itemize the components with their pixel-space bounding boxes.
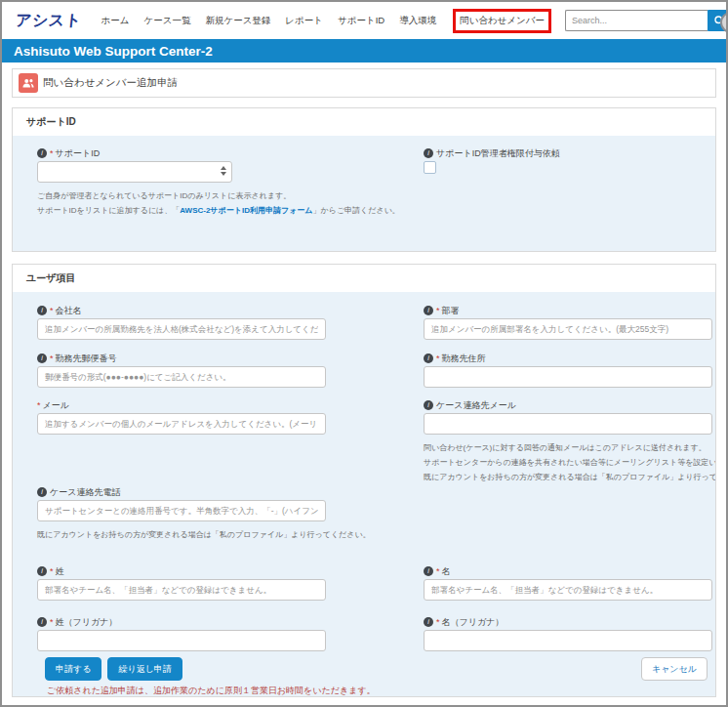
field-admin-grant: サポートID管理者権限付与依頼 xyxy=(424,147,712,216)
required-asterisk: * xyxy=(37,400,41,410)
email-input[interactable] xyxy=(37,413,326,435)
users-badge xyxy=(19,73,38,93)
app-title: Ashisuto Web Support Center-2 xyxy=(14,44,213,59)
processing-note: ご依頼された追加申請は、追加作業のために原則１営業日お時間をいただきます。 xyxy=(37,685,715,696)
case-phone-help: 既にアカウントをお持ちの方が変更される場合は「私のプロファイル」より行ってくださ… xyxy=(37,529,326,540)
support-id-label: * サポートID xyxy=(37,147,326,159)
required-asterisk: * xyxy=(50,148,54,158)
label-text: 名（フリガナ） xyxy=(442,616,505,629)
app-window: アシスト ホーム ケース一覧 新規ケース登録 レポート サポートID 導入環境 … xyxy=(0,0,728,707)
field-department: *部署 xyxy=(424,305,712,340)
zip-input[interactable] xyxy=(37,366,326,388)
app-title-bar: Ashisuto Web Support Center-2 xyxy=(2,39,726,62)
page-header: 問い合わせメンバー追加申請 xyxy=(12,68,716,98)
spinner-down-icon[interactable] xyxy=(221,172,226,176)
support-id-spinner[interactable] xyxy=(221,166,226,176)
global-search xyxy=(565,10,726,31)
top-nav: アシスト ホーム ケース一覧 新規ケース登録 レポート サポートID 導入環境 … xyxy=(2,2,726,39)
company-input[interactable] xyxy=(37,318,326,340)
label-text: ケース連絡先メール xyxy=(436,399,516,412)
required-asterisk: * xyxy=(50,354,54,363)
case-email-help-3: 既にアカウントをお持ちの方が変更される場合は「私のプロファイル」より行ってくださ… xyxy=(424,472,712,482)
support-id-help-1: ご自身が管理者となられているサポートIDのみリストに表示されます。 xyxy=(37,190,326,201)
case-phone-input[interactable] xyxy=(37,500,326,521)
submit-button[interactable]: 申請する xyxy=(45,657,101,681)
case-email-help-1: 問い合わせ(ケース)に対する回答の通知メールはこのアドレスに送付されます。 xyxy=(424,442,712,453)
info-icon[interactable] xyxy=(37,487,47,497)
field-case-email: ケース連絡先メール 問い合わせ(ケース)に対する回答の通知メールはこのアドレスに… xyxy=(424,399,712,482)
page-title: 問い合わせメンバー追加申請 xyxy=(43,76,178,90)
info-icon[interactable] xyxy=(424,400,433,410)
section-support-id-title: サポートID xyxy=(13,108,715,136)
info-icon[interactable] xyxy=(37,617,47,627)
info-icon[interactable] xyxy=(37,566,47,576)
nav-item-environment[interactable]: 導入環境 xyxy=(399,15,436,27)
label-text: 姓 xyxy=(56,565,64,578)
required-asterisk: * xyxy=(436,306,440,315)
section-user-fields-title: ユーザ項目 xyxy=(13,265,715,292)
required-asterisk: * xyxy=(436,617,440,627)
nav-item-report[interactable]: レポート xyxy=(285,15,323,27)
nav-item-case-list[interactable]: ケース一覧 xyxy=(143,15,190,27)
nav-item-new-case[interactable]: 新規ケース登録 xyxy=(205,15,270,27)
first-name-input[interactable] xyxy=(424,579,712,601)
section-user-fields: ユーザ項目 *会社名 *部署 *勤務先郵便番号 *勤務先住所 xyxy=(12,264,716,697)
nav-item-home[interactable]: ホーム xyxy=(101,15,130,27)
case-email-help-2: サポートセンターからの連絡を共有されたい場合等にメーリングリスト等を設定いただく… xyxy=(424,457,712,468)
required-asterisk: * xyxy=(50,566,54,576)
label-text: 部署 xyxy=(442,305,460,317)
field-first-name-kana: *名（フリガナ） xyxy=(424,616,712,651)
cancel-button[interactable]: キャンセル xyxy=(641,657,708,681)
label-text: ケース連絡先電話 xyxy=(50,486,120,499)
ashisuto-logo[interactable]: アシスト xyxy=(15,11,83,31)
field-last-name: *姓 xyxy=(37,565,326,601)
info-icon[interactable] xyxy=(424,306,433,315)
section-support-id: サポートID * サポートID xyxy=(12,107,716,252)
field-zip: *勤務先郵便番号 xyxy=(37,353,326,388)
section-user-fields-body: *会社名 *部署 *勤務先郵便番号 *勤務先住所 xyxy=(13,292,715,696)
info-icon[interactable] xyxy=(424,617,433,627)
info-icon[interactable] xyxy=(424,354,433,363)
department-input[interactable] xyxy=(424,318,712,340)
case-email-input[interactable] xyxy=(424,413,712,435)
users-icon xyxy=(21,76,35,90)
last-name-kana-input[interactable] xyxy=(37,630,326,651)
repeat-submit-button[interactable]: 繰り返し申請 xyxy=(107,657,182,681)
field-case-phone: ケース連絡先電話 既にアカウントをお持ちの方が変更される場合は「私のプロファイル… xyxy=(37,486,326,540)
field-last-name-kana: *姓（フリガナ） xyxy=(37,616,326,651)
label-text: サポートID xyxy=(56,147,101,160)
required-asterisk: * xyxy=(436,566,440,576)
info-icon[interactable] xyxy=(37,354,47,363)
section-support-id-body: * サポートID ご自身が管理者となられているサポートIDのみリストに表示されま… xyxy=(13,136,715,251)
info-icon[interactable] xyxy=(37,306,47,315)
admin-grant-checkbox[interactable] xyxy=(424,161,436,174)
label-text: サポートID管理者権限付与依頼 xyxy=(436,147,560,160)
field-address: *勤務先住所 xyxy=(424,353,712,388)
label-text: 会社名 xyxy=(56,305,82,317)
info-icon[interactable] xyxy=(37,148,47,158)
info-icon[interactable] xyxy=(424,148,433,158)
spinner-up-icon[interactable] xyxy=(221,166,226,170)
label-text: 勤務先郵便番号 xyxy=(56,353,117,365)
last-name-input[interactable] xyxy=(37,579,326,601)
support-id-form-link[interactable]: AWSC-2サポートID利用申請フォーム xyxy=(180,206,312,215)
label-text: 名 xyxy=(442,565,451,578)
label-text: メール xyxy=(43,399,69,412)
field-support-id: * サポートID ご自身が管理者となられているサポートIDのみリストに表示されま… xyxy=(37,147,326,216)
support-id-input[interactable] xyxy=(37,161,232,183)
label-text: 姓（フリガナ） xyxy=(56,616,118,629)
field-company: *会社名 xyxy=(37,305,326,340)
search-input[interactable] xyxy=(565,10,708,31)
info-icon[interactable] xyxy=(424,566,433,576)
nav-menu: ホーム ケース一覧 新規ケース登録 レポート サポートID 導入環境 問い合わせ… xyxy=(101,9,554,33)
first-name-kana-input[interactable] xyxy=(424,630,712,651)
field-first-name: *名 xyxy=(424,565,712,601)
nav-item-support-id[interactable]: サポートID xyxy=(338,15,384,27)
support-id-help-2: サポートIDをリストに追加するには、「AWSC-2サポートID利用申請フォーム」… xyxy=(37,205,326,216)
admin-grant-label: サポートID管理者権限付与依頼 xyxy=(424,147,712,159)
address-input[interactable] xyxy=(424,366,712,388)
form-actions: 申請する 繰り返し申請 キャンセル xyxy=(37,657,715,681)
field-email: *メール xyxy=(37,399,326,482)
nav-item-inquiry-members[interactable]: 問い合わせメンバー xyxy=(453,9,551,33)
required-asterisk: * xyxy=(436,354,440,363)
